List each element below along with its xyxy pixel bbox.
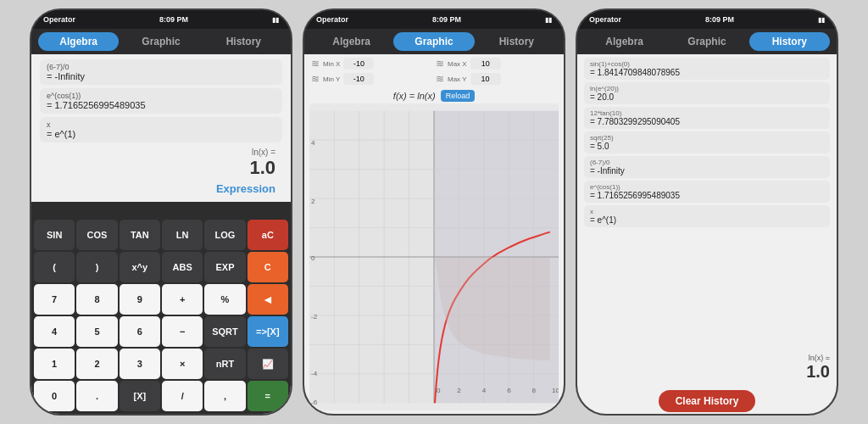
key--[interactable]: × <box>162 349 203 379</box>
history-entry-label-0: sin(1)+cos(0) <box>590 60 824 68</box>
key----x-[interactable]: =>[X] <box>248 316 288 347</box>
key--[interactable]: . <box>76 381 117 411</box>
entry-label-0: (6-7)/0 <box>47 63 275 71</box>
keypad: SINCOSTANLNLOGaC()x^yABSEXPC789+%◄456−SQ… <box>31 217 291 414</box>
miny-row: ≋ Min Y <box>311 73 432 85</box>
key-3[interactable]: 3 <box>120 349 160 379</box>
key--[interactable]: − <box>162 316 203 347</box>
history-entry-label-5: e^(cos(1)) <box>590 183 824 191</box>
calc-entry-1: e^(cos(1)) = 1.7165256995489035 <box>40 88 282 114</box>
key-abs[interactable]: ABS <box>162 252 203 282</box>
operator-1: Operator <box>43 15 75 24</box>
key--[interactable]: = <box>248 381 288 411</box>
key--[interactable]: + <box>162 284 203 315</box>
key-1[interactable]: 1 <box>34 349 75 379</box>
key-5[interactable]: 5 <box>76 316 117 347</box>
key-7[interactable]: 7 <box>34 284 75 315</box>
clear-history-button[interactable]: Clear History <box>659 390 756 412</box>
key-nrt[interactable]: nRT <box>204 349 245 379</box>
key--[interactable]: ( <box>34 252 75 282</box>
svg-text:4: 4 <box>482 387 487 394</box>
key--[interactable]: ◄ <box>248 284 288 315</box>
graph-controls: ≋ Min X ≋ Max X ≋ Min Y ≋ Max Y <box>304 54 564 88</box>
tab-graphic-3[interactable]: Graphic <box>666 32 747 51</box>
history-expr-value: 1.0 <box>806 362 830 382</box>
key-tan[interactable]: TAN <box>120 220 160 250</box>
key---[interactable]: 📈 <box>248 349 288 379</box>
key-0[interactable]: 0 <box>34 381 75 411</box>
svg-text:10: 10 <box>552 387 559 394</box>
history-entry-value-4: = -Infinity <box>590 166 824 176</box>
key-cos[interactable]: COS <box>76 220 117 250</box>
svg-text:-4: -4 <box>311 370 318 377</box>
time-2: 8:09 PM <box>432 15 461 24</box>
history-entry-value-6: = e^(1) <box>590 215 824 225</box>
phone-graphic: Operator 8:09 PM ▮▮ Algebra Graphic Hist… <box>303 8 565 416</box>
maxx-icon: ≋ <box>436 58 444 70</box>
key-exp[interactable]: EXP <box>204 252 245 282</box>
svg-text:2: 2 <box>311 198 315 205</box>
expr-static-label: Expression <box>216 182 275 195</box>
key-4[interactable]: 4 <box>34 316 75 347</box>
battery-icon-3: ▮▮ <box>818 16 825 24</box>
key-2[interactable]: 2 <box>76 349 117 379</box>
status-bar-2: Operator 8:09 PM ▮▮ <box>304 10 564 29</box>
status-bar-3: Operator 8:09 PM ▮▮ <box>577 10 837 29</box>
miny-label: Min Y <box>323 75 340 83</box>
maxx-input[interactable] <box>470 58 501 70</box>
key--[interactable]: / <box>162 381 203 411</box>
history-entry-2: 12*tan(10) = 7.7803299295090405 <box>584 107 830 129</box>
key-8[interactable]: 8 <box>76 284 117 315</box>
miny-input[interactable] <box>343 73 374 85</box>
tab-graphic-1[interactable]: Graphic <box>120 32 201 51</box>
minx-input[interactable] <box>343 58 374 70</box>
history-expr-label: ln(x) = <box>809 354 830 362</box>
tab-history-1[interactable]: History <box>203 32 284 51</box>
key-log[interactable]: LOG <box>204 220 245 250</box>
tab-history-3[interactable]: History <box>749 32 830 51</box>
history-entry-1: ln(e^(20)) = 20.0 <box>584 82 830 104</box>
history-entry-value-5: = 1.7165256995489035 <box>590 191 824 200</box>
maxy-row: ≋ Max Y <box>436 73 557 85</box>
tab-bar-3: Algebra Graphic History <box>577 29 837 54</box>
key-sin[interactable]: SIN <box>34 220 75 250</box>
tab-algebra-1[interactable]: Algebra <box>38 32 119 51</box>
key--x-[interactable]: [X] <box>120 381 160 411</box>
expr-value: 1.0 <box>47 157 275 179</box>
history-entry-4: (6-7)/0 = -Infinity <box>584 156 830 178</box>
status-bar-1: Operator 8:09 PM ▮▮ <box>31 10 291 29</box>
maxy-input[interactable] <box>470 73 501 85</box>
svg-text:4: 4 <box>311 139 315 147</box>
key-c[interactable]: C <box>248 252 288 282</box>
time-3: 8:09 PM <box>705 15 734 24</box>
key-x-y[interactable]: x^y <box>120 252 160 282</box>
entry-label-2: x <box>47 120 275 129</box>
svg-text:8: 8 <box>532 387 537 394</box>
reload-button[interactable]: Reload <box>441 90 476 102</box>
tab-graphic-2[interactable]: Graphic <box>393 32 474 51</box>
key-ln[interactable]: LN <box>162 220 203 250</box>
phone-history: Operator 8:09 PM ▮▮ Algebra Graphic Hist… <box>576 8 838 416</box>
tab-algebra-3[interactable]: Algebra <box>584 32 665 51</box>
key--[interactable]: % <box>204 284 245 315</box>
key-ac[interactable]: aC <box>248 220 288 250</box>
svg-text:0: 0 <box>311 254 315 262</box>
tab-algebra-2[interactable]: Algebra <box>311 32 392 51</box>
time-1: 8:09 PM <box>159 15 188 24</box>
key--[interactable]: ) <box>76 252 117 282</box>
entry-value-1: = 1.7165256995489035 <box>47 100 275 110</box>
operator-2: Operator <box>316 15 348 24</box>
key--[interactable]: , <box>204 381 245 411</box>
status-icons-3: ▮▮ <box>818 16 825 24</box>
key-6[interactable]: 6 <box>120 316 160 347</box>
svg-text:-6: -6 <box>311 399 318 406</box>
status-icons-2: ▮▮ <box>545 16 552 24</box>
key-9[interactable]: 9 <box>120 284 160 315</box>
key-sqrt[interactable]: SQRT <box>204 316 245 347</box>
history-entry-label-1: ln(e^(20)) <box>590 85 824 92</box>
phones-container: Operator 8:09 PM ▮▮ Algebra Graphic Hist… <box>30 8 838 416</box>
tab-history-2[interactable]: History <box>476 32 557 51</box>
history-entry-label-6: x <box>590 208 824 215</box>
function-label: f(x) = ln(x) <box>393 91 436 101</box>
calc-entry-2: x = e^(1) <box>40 117 282 142</box>
